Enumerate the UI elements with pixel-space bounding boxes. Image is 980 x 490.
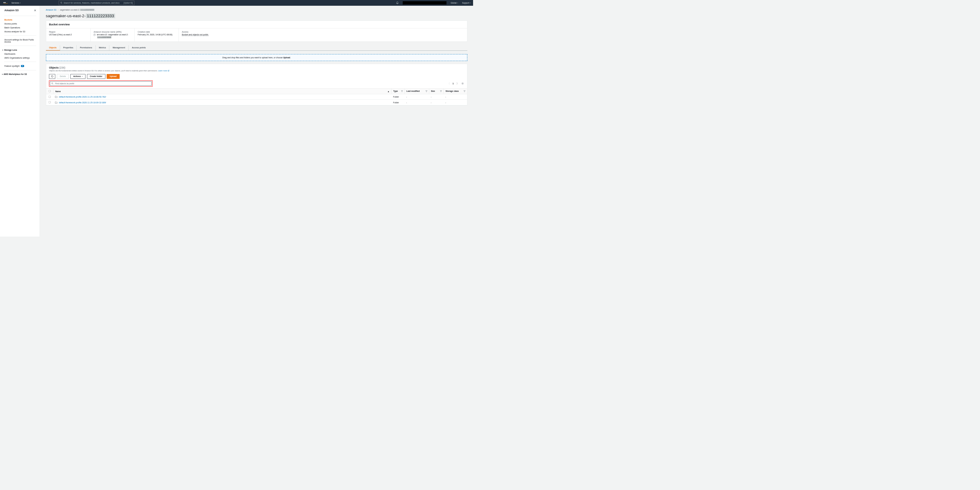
tab-properties[interactable]: Properties (60, 45, 77, 51)
copy-icon[interactable] (94, 34, 96, 36)
row-checkbox[interactable] (49, 101, 51, 103)
sidebar-item-dashboards[interactable]: Dashboards (4, 52, 36, 56)
tab-management[interactable]: Management (109, 45, 128, 51)
cell-size: - (429, 100, 444, 105)
access-label: Access (182, 31, 464, 33)
cell-size: - (429, 94, 444, 100)
tab-metrics[interactable]: Metrics (96, 45, 110, 51)
col-name[interactable]: Name▲ (54, 89, 391, 94)
svg-line-6 (53, 84, 54, 84)
sidebar-item-access-points[interactable]: Access points (4, 22, 36, 25)
caret-down-icon (457, 3, 458, 3)
svg-line-2 (62, 3, 62, 4)
creation-value: February 24, 2020, 14:08 (UTC-08:00) (138, 33, 176, 36)
overview-grid: Region US East (Ohio) us-east-2 Amazon r… (46, 29, 467, 41)
col-lm-label: Last modified (406, 90, 420, 92)
delete-button[interactable]: Delete (57, 74, 69, 78)
support-label: Support (462, 2, 469, 4)
svg-rect-4 (94, 35, 95, 36)
col-last-modified[interactable]: Last modified▽ (404, 89, 429, 94)
select-all-header (46, 89, 54, 94)
caret-down-icon (82, 76, 83, 77)
sidebar-item-account-settings[interactable]: Account settings for Block Public Access (4, 38, 36, 44)
upload-button[interactable]: Upload (107, 74, 119, 78)
refresh-button[interactable] (49, 74, 55, 78)
select-all-checkbox[interactable] (49, 90, 51, 92)
pagination: 〈 1 〉 (447, 82, 464, 85)
row-checkbox[interactable] (49, 96, 51, 98)
objects-panel: Objects (236) Objects are the fundamenta… (46, 64, 467, 105)
object-name-link[interactable]: default-framework-profile-2020-11-25-18-… (59, 102, 106, 103)
breadcrumb-prefix: sagemaker-us-east-2- (60, 9, 80, 11)
bell-icon[interactable] (396, 2, 399, 4)
cell-type: Folder (391, 94, 404, 100)
sidebar-item-access-analyzer[interactable]: Access analyzer for S3 (4, 30, 36, 33)
filter-input[interactable] (55, 83, 150, 84)
page-prev[interactable]: 〈 (447, 82, 450, 85)
cell-storage-class: - (444, 100, 467, 105)
services-label: Services (11, 2, 19, 4)
col-size[interactable]: Size▽ (429, 89, 444, 94)
sidebar-header: Amazon S3 ✕ (4, 9, 36, 12)
svg-point-7 (462, 83, 463, 84)
svg-text:aws: aws (3, 2, 6, 3)
actions-button[interactable]: Actions (70, 74, 86, 78)
create-folder-button[interactable]: Create folder (87, 74, 105, 78)
sidebar-item-buckets[interactable]: Buckets (4, 18, 36, 22)
chevron-right-icon (2, 74, 3, 75)
breadcrumb-root[interactable]: Amazon S3 (46, 9, 56, 11)
upload-dropzone[interactable]: Drag and drop files and folders you want… (46, 54, 467, 61)
bucket-overview-panel: Bucket overview Region US East (Ohio) us… (46, 21, 467, 42)
objects-title: Objects (49, 66, 59, 69)
search-container: [Option+S] (59, 1, 134, 5)
access-value[interactable]: Bucket and objects not public (182, 33, 208, 36)
col-type-label: Type (393, 90, 398, 92)
filter-highlight (49, 80, 153, 86)
col-name-label: Name (55, 90, 61, 92)
arn-suffix: 111122223333 (97, 36, 112, 38)
dropzone-period: . (290, 56, 291, 59)
tab-access-points[interactable]: Access points (129, 45, 149, 51)
aws-logo[interactable]: aws (2, 2, 8, 4)
objects-description: Objects are the fundamental entities sto… (49, 70, 464, 72)
filter-input-container[interactable] (50, 81, 152, 86)
tab-objects[interactable]: Objects (46, 45, 60, 51)
support-menu[interactable]: Support (462, 2, 471, 4)
objects-toolbar: Delete Actions Create folder Upload (46, 73, 467, 80)
overview-region: Region US East (Ohio) us-east-2 (46, 29, 91, 41)
sidebar-item-feature-spotlight[interactable]: Feature spotlight 2 (4, 64, 36, 68)
gear-icon[interactable] (461, 82, 464, 85)
search-box[interactable]: [Option+S] (59, 1, 134, 5)
objects-count: (236) (59, 66, 65, 69)
search-input[interactable] (64, 2, 124, 4)
region-label: Region (49, 31, 87, 33)
svg-point-1 (60, 2, 62, 3)
caret-down-icon (20, 3, 21, 3)
close-icon[interactable]: ✕ (34, 9, 36, 12)
feature-spotlight-label: Feature spotlight (4, 65, 19, 67)
col-storage-class[interactable]: Storage class▽ (444, 89, 467, 94)
sort-asc-icon: ▲ (388, 90, 390, 92)
sidebar-item-batch-operations[interactable]: Batch Operations (4, 25, 36, 30)
cell-last-modified: - (404, 94, 429, 100)
services-menu[interactable]: Services (11, 2, 21, 4)
chevron-right-icon: › (58, 9, 58, 11)
arn-prefix: arn:aws:s3:::sagemaker-us-east-2- (97, 33, 128, 36)
sidebar-section-marketplace[interactable]: AWS Marketplace for S3 (2, 72, 36, 76)
svg-point-5 (52, 83, 53, 84)
sidebar-item-org-settings[interactable]: AWS Organizations settings (4, 56, 36, 60)
page-number: 1 (453, 83, 454, 84)
region-selector[interactable]: Global (451, 2, 458, 4)
learn-more-link[interactable]: Learn more (158, 70, 167, 72)
main-content: Amazon S3 › sagemaker-us-east-2-11112222… (40, 6, 473, 237)
breadcrumb: Amazon S3 › sagemaker-us-east-2-11112222… (46, 9, 467, 11)
sidebar-section-storage-lens[interactable]: Storage Lens (2, 48, 36, 52)
folder-icon (55, 102, 57, 103)
col-type[interactable]: Type▽ (391, 89, 404, 94)
tabs: Objects Properties Permissions Metrics M… (46, 45, 467, 51)
account-redacted[interactable] (403, 1, 447, 5)
sort-icon: ▽ (440, 90, 442, 92)
page-next[interactable]: 〉 (457, 82, 459, 85)
tab-permissions[interactable]: Permissions (77, 45, 95, 51)
object-name-link[interactable]: default-framework-profile-2020-11-25-18-… (59, 96, 106, 98)
